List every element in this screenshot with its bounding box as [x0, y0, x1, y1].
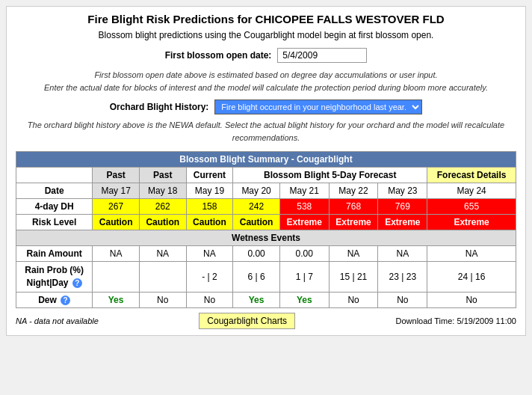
rainp-may22: 15 | 21 — [329, 262, 378, 293]
rainp-may18 — [139, 262, 186, 293]
rain-prob-help-icon[interactable]: ? — [72, 278, 82, 288]
rainp-may20: 6 | 6 — [233, 262, 280, 293]
date-may17: May 17 — [93, 183, 140, 199]
col-current: Current — [186, 168, 233, 183]
wetness-label: Wetness Events — [16, 230, 516, 246]
date-may18: May 18 — [139, 183, 186, 199]
rainp-may17 — [93, 262, 140, 293]
orchard-select[interactable]: Fire blight occurred in your neighborhoo… — [214, 99, 422, 114]
orchard-label: Orchard Blight History: — [110, 102, 209, 112]
dew-may21: Yes — [279, 292, 329, 307]
dew-may23: No — [378, 292, 427, 307]
na-note: NA - data not available — [16, 316, 99, 325]
rain-may20: 0.00 — [233, 246, 280, 262]
rain-may22: NA — [329, 246, 378, 262]
date-may20: May 20 — [233, 183, 280, 199]
dew-may19: No — [186, 292, 233, 307]
page-title: Fire Blight Risk Predictions for CHICOPE… — [16, 13, 516, 25]
dew-may20: Yes — [233, 292, 280, 307]
rain-prob-row: Rain Prob (%)Night|Day ? - | 2 6 | 6 1 |… — [16, 262, 516, 293]
orchard-history-row: Orchard Blight History: Fire blight occu… — [16, 99, 516, 114]
wetness-section-row: Wetness Events — [16, 230, 516, 246]
orchard-note: The orchard blight history above is the … — [16, 119, 516, 144]
subtitle: Blossom blight predictions using the Cou… — [16, 30, 516, 40]
table-subheader-row: Past Past Current Blossom Blight 5-Day F… — [16, 168, 516, 183]
rain-may21: 0.00 — [279, 246, 329, 262]
risk-may20: Caution — [233, 215, 280, 230]
dh-may21: 538 — [279, 199, 329, 215]
risk-label: Risk Level — [16, 215, 93, 230]
forecast-header: Blossom Blight 5-Day Forecast — [233, 168, 427, 183]
risk-may17: Caution — [93, 215, 140, 230]
first-blossom-label: First blossom open date: — [165, 50, 272, 61]
first-blossom-input[interactable] — [277, 48, 367, 63]
date-may23: May 23 — [378, 183, 427, 199]
dh-may24: 655 — [427, 199, 516, 215]
risk-may22: Extreme — [329, 215, 378, 230]
rainp-may19: - | 2 — [186, 262, 233, 293]
date-may22: May 22 — [329, 183, 378, 199]
dh-row: 4-day DH 267 262 158 242 538 768 769 655 — [16, 199, 516, 215]
date-may24: May 24 — [427, 183, 516, 199]
col-past-2: Past — [139, 168, 186, 183]
blight-summary-table: Blossom Blight Summary - Cougarblight Pa… — [16, 151, 516, 308]
risk-may21: Extreme — [279, 215, 329, 230]
rain-amount-label: Rain Amount — [16, 246, 93, 262]
blossom-note: First blossom open date above is estimat… — [16, 69, 516, 94]
dh-may23: 769 — [378, 199, 427, 215]
first-blossom-row: First blossom open date: — [16, 48, 516, 63]
rain-may18: NA — [139, 246, 186, 262]
rain-prob-label: Rain Prob (%)Night|Day ? — [16, 262, 93, 293]
dh-may18: 262 — [139, 199, 186, 215]
risk-may18: Caution — [139, 215, 186, 230]
forecast-details-cell[interactable]: Forecast Details — [427, 168, 516, 183]
dh-label: 4-day DH — [16, 199, 93, 215]
bottom-row: NA - data not available Cougarblight Cha… — [16, 313, 516, 329]
dew-help-icon[interactable]: ? — [61, 296, 70, 305]
page-container: Fire Blight Risk Predictions for CHICOPE… — [6, 6, 526, 336]
dew-may24: No — [427, 292, 516, 307]
cougarblight-charts-button[interactable]: Cougarblight Charts — [199, 313, 295, 329]
dh-may19: 158 — [186, 199, 233, 215]
date-row: Date May 17 May 18 May 19 May 20 May 21 … — [16, 183, 516, 199]
risk-may23: Extreme — [378, 215, 427, 230]
dew-row: Dew ? Yes No No Yes Yes No No No — [16, 292, 516, 307]
rain-may17: NA — [93, 246, 140, 262]
download-time: Download Time: 5/19/2009 11:00 — [396, 316, 516, 325]
date-may21: May 21 — [279, 183, 329, 199]
risk-may19: Caution — [186, 215, 233, 230]
risk-row: Risk Level Caution Caution Caution Cauti… — [16, 215, 516, 230]
dh-may20: 242 — [233, 199, 280, 215]
dew-may17: Yes — [93, 292, 140, 307]
rainp-may21: 1 | 7 — [279, 262, 329, 293]
risk-may24: Extreme — [427, 215, 516, 230]
dew-label: Dew ? — [16, 292, 93, 307]
rain-amount-row: Rain Amount NA NA NA 0.00 0.00 NA NA NA — [16, 246, 516, 262]
rain-may23: NA — [378, 246, 427, 262]
rain-may19: NA — [186, 246, 233, 262]
dh-may17: 267 — [93, 199, 140, 215]
table-title: Blossom Blight Summary - Cougarblight — [16, 152, 516, 168]
rainp-may23: 23 | 23 — [378, 262, 427, 293]
date-label: Date — [16, 183, 93, 199]
date-may19: May 19 — [186, 183, 233, 199]
dh-may22: 768 — [329, 199, 378, 215]
rainp-may24: 24 | 16 — [427, 262, 516, 293]
table-title-row: Blossom Blight Summary - Cougarblight — [16, 152, 516, 168]
dew-may18: No — [139, 292, 186, 307]
col-past-1: Past — [93, 168, 140, 183]
dew-may22: No — [329, 292, 378, 307]
rain-may24: NA — [427, 246, 516, 262]
